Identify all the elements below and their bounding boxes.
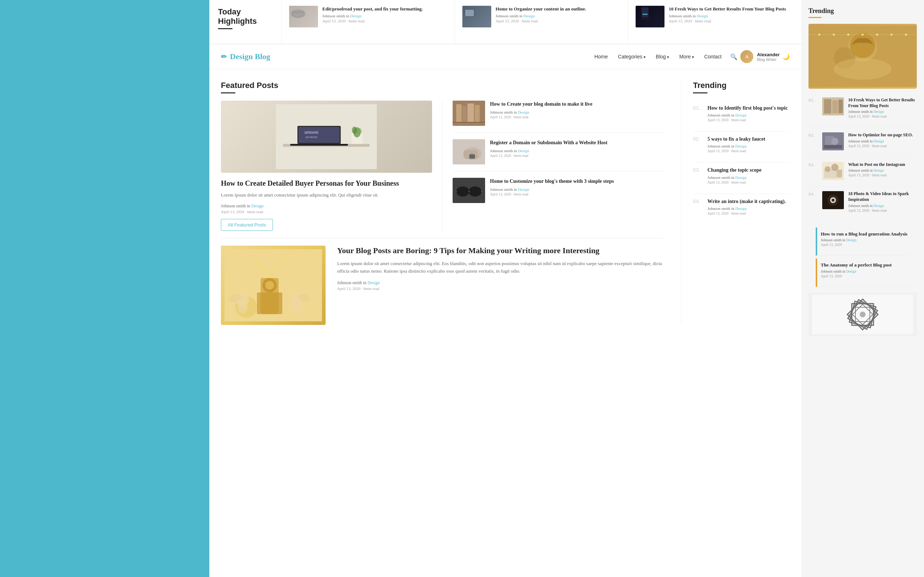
featured-list-item-3: Home to Customize your blog's theme with…	[452, 178, 664, 203]
sidebar-top-image	[809, 24, 917, 89]
featured-list-img-2	[452, 139, 485, 164]
sti-text-3: What to Post on the Instagram Johnson sm…	[848, 162, 905, 182]
sidebar-articles: How to run a Blog lead generation Analys…	[809, 227, 917, 287]
left-decorative-panel	[0, 0, 209, 577]
sidebar-trending-title: Trending	[809, 7, 917, 15]
highlights-title-col: Today Highlights	[209, 0, 281, 44]
sidebar-trending-item-2: 02. How to Optimize for on-page SEO. Joh…	[809, 128, 917, 158]
featured-main-post: WORKHARD ANYWHERE How to Create Detailed…	[221, 101, 443, 231]
svg-rect-29	[469, 154, 475, 159]
svg-point-18	[352, 127, 357, 134]
trending-list: 01. How to Identify first blog post's to…	[693, 101, 790, 225]
sidebar-article-2: The Anatomy of a perfect Blog post Johns…	[816, 259, 909, 287]
sti-num-1: 01.	[809, 97, 818, 103]
nav-categories[interactable]: Categories	[618, 54, 646, 60]
left-column: Featured Posts	[221, 81, 682, 325]
wide-post-image	[221, 246, 326, 325]
nav-more[interactable]: More	[679, 54, 694, 60]
featured-list: How to Create your blog domain to make i…	[443, 101, 664, 203]
featured-list-text-3: Home to Customize your blog's theme with…	[490, 178, 614, 201]
svg-rect-66	[832, 100, 838, 113]
highlight-img-1	[289, 6, 318, 27]
avatar: A	[740, 50, 753, 63]
highlight-text-1: Edit/proofread your post, and fix your f…	[322, 6, 423, 23]
all-featured-button[interactable]: All Featured Posts	[221, 219, 273, 231]
svg-point-63	[905, 34, 907, 36]
trending-item-3: 03. Changing the topic scope Johnson smi…	[693, 163, 790, 193]
svg-point-55	[850, 33, 875, 58]
featured-section-title: Featured Posts	[221, 81, 664, 90]
content-area: Featured Posts	[209, 69, 801, 339]
sti-text-4: 18 Photo & Video Ideas to Spark Inspirat…	[848, 191, 917, 217]
wide-post-date: April 13, 2020 · 6min read	[337, 286, 664, 291]
nav-contact[interactable]: Contact	[704, 54, 722, 60]
sti-img-2	[822, 132, 844, 150]
svg-rect-65	[824, 99, 831, 114]
svg-point-88	[860, 311, 866, 318]
featured-underline	[221, 92, 235, 93]
logo-icon: ✏	[221, 52, 227, 61]
svg-rect-4	[465, 10, 474, 16]
featured-list-item-2: Register a Domain or Subdomain With a We…	[452, 139, 664, 171]
today-highlights-bar: Today Highlights Edit/proo	[209, 0, 801, 44]
svg-point-60	[861, 34, 864, 36]
main-content-area: Today Highlights Edit/proo	[209, 0, 801, 577]
featured-list-img-3	[452, 178, 485, 203]
trending-item-2: 02. 5 ways to fix a leaky faucet Johnson…	[693, 132, 790, 163]
featured-main-desc: Lorem ipsum dolor sit amet consectetur i…	[221, 192, 432, 199]
site-logo[interactable]: ✏ Design Blog	[221, 52, 270, 61]
highlights-items: Edit/proofread your post, and fix your f…	[281, 0, 801, 44]
featured-main-date: April 13, 2020 · 6min read	[221, 210, 432, 214]
right-sidebar: Trending	[801, 0, 924, 577]
svg-rect-67	[838, 100, 843, 113]
sti-num-3: 03.	[809, 162, 818, 168]
sti-img-1	[822, 97, 844, 115]
svg-point-74	[825, 166, 830, 172]
highlights-underline	[218, 28, 233, 29]
svg-point-57	[818, 34, 821, 36]
wide-post: Your Blog Posts are Boring: 9 Tips for M…	[221, 238, 664, 325]
highlight-item-1: Edit/proofread your post, and fix your f…	[281, 0, 455, 44]
nav-links: Home Categories Blog More Contact	[594, 54, 722, 60]
svg-point-42	[265, 281, 274, 290]
sti-num-2: 02.	[809, 132, 818, 138]
wide-post-title: Your Blog Posts are Boring: 9 Tips for M…	[337, 246, 664, 256]
sidebar-trending-item-3: 03. What to Post on the Instagram	[809, 158, 917, 187]
trending-text-1: How to Identify first blog post's topic …	[708, 105, 788, 127]
trending-num-3: 03.	[693, 167, 703, 173]
svg-rect-7	[642, 8, 648, 17]
sti-text-2: How to Optimize for on-page SEO. Johnson…	[848, 132, 913, 153]
svg-point-54	[834, 58, 892, 80]
nav-home[interactable]: Home	[594, 54, 608, 60]
highlight-item-3: 10 Fresh Ways to Get Better Results From…	[628, 0, 801, 44]
svg-point-80	[832, 199, 835, 201]
highlights-title: Today Highlights	[218, 7, 273, 26]
highlight-img-3	[636, 6, 664, 27]
user-role: Blog Writer	[757, 57, 780, 62]
trending-num-1: 01.	[693, 105, 703, 111]
svg-rect-76	[837, 170, 842, 177]
wide-post-desc: Lorem ipsum dolor sit amet consectetur a…	[337, 260, 664, 275]
search-icon[interactable]: 🔍	[730, 53, 737, 60]
svg-rect-23	[467, 103, 474, 122]
theme-toggle-icon[interactable]: 🌙	[782, 53, 790, 60]
svg-point-32	[456, 187, 469, 197]
svg-point-61	[876, 34, 878, 36]
featured-main-author: Johnson smith in Design	[221, 203, 432, 209]
sti-img-3	[822, 162, 844, 180]
trending-text-2: 5 ways to fix a leaky faucet Johnson smi…	[708, 136, 765, 158]
logo-text: Design Blog	[230, 52, 270, 61]
wide-post-author: Johnson smith in Design	[337, 280, 664, 285]
svg-rect-12	[299, 127, 340, 143]
svg-point-19	[357, 128, 362, 134]
highlight-text-3: 10 Fresh Ways to Get Better Results From…	[669, 6, 786, 23]
trending-num-2: 02.	[693, 136, 703, 142]
sidebar-trending-section: Trending	[801, 7, 924, 336]
sidebar-trending-list: 01. 10 Fresh Ways to Get Better Results …	[809, 93, 917, 222]
svg-point-48	[292, 299, 302, 313]
trending-item-1: 01. How to Identify first blog post's to…	[693, 101, 790, 132]
featured-list-item-1: How to Create your blog domain to make i…	[452, 101, 664, 133]
nav-blog[interactable]: Blog	[656, 54, 669, 60]
featured-main-title: How to Create Detailed Buyer Personas fo…	[221, 179, 432, 188]
svg-point-46	[237, 299, 247, 313]
